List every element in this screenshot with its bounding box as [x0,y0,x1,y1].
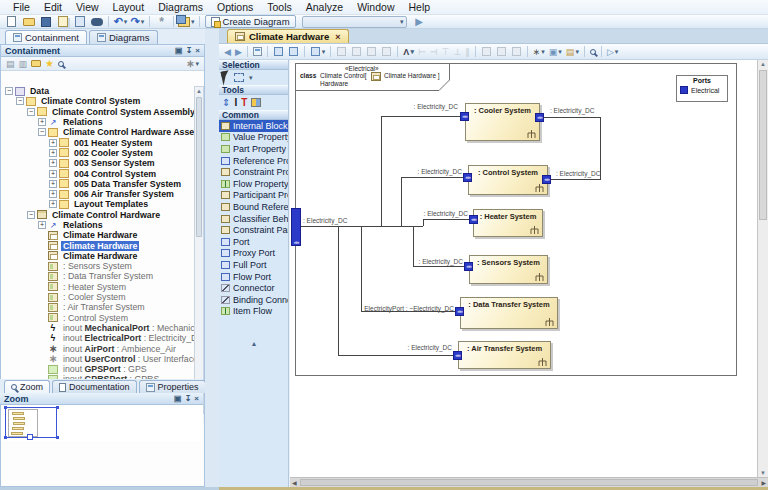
tree-item[interactable]: −Climate Control System Assembly [2,107,194,117]
forward-button[interactable]: ▶ [235,47,242,57]
part-block-cooler[interactable]: : Cooler System [465,103,540,141]
tree-item[interactable]: ∗inout AirPort : Ambience_Air [2,343,194,353]
scroll-up-arrow-icon[interactable]: ▲ [758,61,768,67]
palette-item-connector[interactable]: Connector [219,282,288,294]
palette-item-bound[interactable]: Bound Reference [219,201,288,213]
menu-file[interactable]: File [6,1,37,13]
cooler-left-port[interactable]: «» [460,112,469,121]
align-right-button[interactable]: ⊣ [430,47,438,57]
close-icon[interactable]: × [195,46,200,55]
tree-item[interactable]: : Sensors System [2,261,194,271]
open-in-new-tree-button[interactable] [31,60,41,67]
frame-port-electricity-dc[interactable]: «» [291,208,301,246]
expand-toggle-icon[interactable]: + [38,221,46,229]
menu-tools[interactable]: Tools [260,1,299,13]
scroll-up-arrow-icon[interactable]: ▲ [195,88,203,94]
text-tool-icon[interactable]: I [234,97,237,108]
palette-item-fullport[interactable]: Full Port [219,259,288,271]
marquee-select-icon[interactable] [234,73,244,82]
simulate-button[interactable]: ▷▾ [607,47,618,57]
selection-handle[interactable] [4,436,7,439]
palette-item-flowprop[interactable]: Flow Property [219,178,288,190]
tree-item[interactable]: Climate Hardware [2,230,194,240]
diagram-options-button[interactable]: ∗▾ [533,47,545,57]
align-top-button[interactable]: ⊤ [442,47,450,57]
tree-item[interactable]: +001 Heater System [2,137,194,147]
palette-item-ibd[interactable]: Internal Block Diagr... [219,120,288,132]
copy-button[interactable] [336,47,347,56]
wizard-button[interactable]: * [154,15,169,28]
part-block-sensors[interactable]: : Sensors System [469,255,548,284]
distribute-button[interactable]: ∥ [465,47,470,57]
paste-button[interactable] [351,47,362,56]
print-preview-button[interactable] [72,15,87,28]
tree-item[interactable]: −Climate Control Hardware Assembly [2,127,194,137]
tree-item[interactable]: ∗inout UserControl : User Interface [2,354,194,364]
tree-item[interactable]: +002 Cooler System [2,148,194,158]
font-tool-icon[interactable]: T [241,97,247,108]
palette-item-binding[interactable]: Binding Connector [219,294,288,306]
palette-tools-header[interactable]: Tools [219,85,288,95]
selection-handle[interactable] [56,436,59,439]
part-block-air[interactable]: : Air Transfer System [458,341,551,369]
tree-item[interactable]: +003 Sensor System [2,158,194,168]
cursor-tool-icon[interactable] [221,70,232,85]
control-left-port[interactable]: «» [463,173,472,182]
tree-item[interactable]: ϟinout ElectricalPort : Electricity_DC [2,333,194,343]
find-button[interactable] [89,15,104,28]
canvas-vertical-scrollbar[interactable]: ▲ ▼ [757,60,768,477]
align-left-button[interactable]: ⊢ [418,47,426,57]
print-button[interactable] [55,15,70,28]
close-icon[interactable]: × [194,394,199,403]
favorites-icon[interactable]: ★ [45,58,54,69]
scroll-left-arrow-icon[interactable]: ◀ [292,479,297,486]
panel-splitter[interactable] [205,29,219,487]
cut-button[interactable] [366,47,377,56]
palette-scroll-up-icon[interactable]: ▲ [219,340,289,347]
expand-toggle-icon[interactable]: + [49,190,57,198]
model-transform-button[interactable]: ▾ [178,15,195,28]
back-button[interactable]: ◀ [224,47,231,57]
menu-window[interactable]: Window [350,1,401,13]
air-left-port[interactable]: «» [453,351,462,360]
tree-item[interactable]: Climate Hardware [2,251,194,261]
menu-edit[interactable]: Edit [37,1,69,13]
data-left-port[interactable]: «» [455,307,464,316]
resize-button[interactable] [496,47,507,56]
restore-panel-icon[interactable]: ▣ [174,394,182,403]
menu-view[interactable]: View [69,1,106,13]
zoom-tool-button[interactable] [590,49,596,55]
tree-item[interactable]: : Cooler System [2,292,194,302]
tree-vertical-scrollbar[interactable]: ▲ ▼ [194,86,204,413]
selection-handle[interactable] [56,406,59,409]
collapse-toggle-icon[interactable]: − [38,128,46,136]
grid-tool-icon[interactable] [251,98,261,107]
collapse-toggle-icon[interactable]: − [5,87,13,95]
tree-item[interactable]: : Heater System [2,282,194,292]
palette-item-itemflow[interactable]: Item Flow [219,306,288,318]
restore-panel-icon[interactable]: ▣ [175,46,183,55]
heater-left-port[interactable]: «» [469,215,478,224]
pin-icon[interactable]: ↧ [185,394,192,403]
tree-item[interactable]: +Layout Templates [2,199,194,209]
ports-legend[interactable]: Ports Electrical [676,75,728,102]
selection-handle[interactable] [4,406,7,409]
tree-item[interactable]: Climate Hardware [2,240,194,250]
scroll-right-arrow-icon[interactable]: ▶ [761,479,766,486]
compartments-button[interactable] [481,47,492,56]
align-bottom-button[interactable]: ⊥ [453,47,461,57]
tree-item[interactable]: inout GPSPort : GPS [2,364,194,374]
tree-item[interactable]: −Data [2,86,194,96]
palette-item-participant[interactable]: Participant Property [219,190,288,202]
pin-icon[interactable]: ↧ [186,46,193,55]
palette-selection-header[interactable]: Selection [219,60,288,70]
create-diagram-button[interactable]: Create Diagram [205,15,296,28]
close-tab-icon[interactable]: × [335,32,340,42]
menu-diagrams[interactable]: Diagrams [151,1,210,13]
tree-item[interactable]: +↗Relations [2,117,194,127]
cooler-right-port[interactable]: «» [535,113,544,122]
expand-toggle-icon[interactable]: + [49,200,57,208]
menu-layout[interactable]: Layout [106,1,152,13]
distribute-tool-icon[interactable]: ⇕ [222,97,230,108]
part-block-data[interactable]: : Data Transfer System [460,297,558,329]
